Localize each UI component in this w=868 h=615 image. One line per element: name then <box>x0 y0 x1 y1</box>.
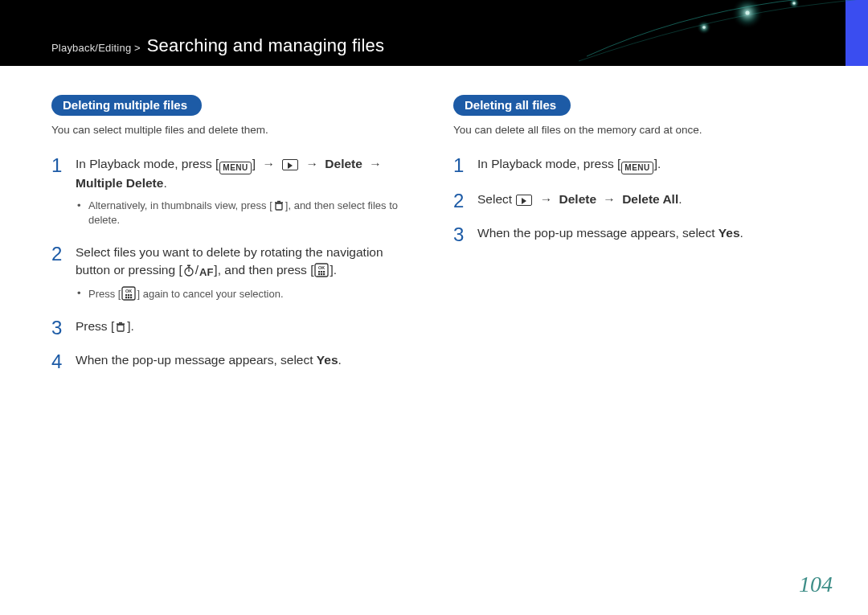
svg-text:OK: OK <box>125 289 132 293</box>
svg-rect-23 <box>125 294 127 296</box>
svg-point-0 <box>731 0 764 29</box>
ok-button-icon: OK <box>121 286 136 301</box>
page-title: Searching and managing files <box>147 35 384 55</box>
breadcrumb-section: Playback/Editing > <box>51 42 141 54</box>
playback-icon <box>282 159 298 170</box>
step-text: In Playback mode, press [MENU]. <box>477 157 661 170</box>
breadcrumb: Playback/Editing > Searching and managin… <box>51 35 384 56</box>
sparkle-decoration <box>579 0 868 66</box>
svg-rect-31 <box>119 322 122 324</box>
step-text: Select files you want to delete by rotat… <box>76 245 383 277</box>
step-3-right: 3 When the pop-up message appears, selec… <box>453 224 817 242</box>
svg-rect-16 <box>321 271 322 273</box>
sub-item: Press [OK] again to cancel your selectio… <box>76 286 415 301</box>
step-number: 3 <box>51 314 62 342</box>
step-text: In Playback mode, press [MENU] → → Delet… <box>76 157 385 190</box>
svg-point-4 <box>702 26 706 29</box>
svg-rect-26 <box>125 297 127 298</box>
svg-rect-28 <box>130 297 132 298</box>
step-text: Select → Delete → Delete All. <box>477 192 682 206</box>
svg-rect-19 <box>321 273 322 275</box>
svg-rect-27 <box>128 297 129 298</box>
af-icon: AF <box>199 265 213 280</box>
menu-button-icon: MENU <box>219 162 251 174</box>
svg-rect-8 <box>277 200 280 202</box>
step-number: 1 <box>51 152 62 179</box>
svg-rect-18 <box>318 273 320 275</box>
right-column: Deleting all files You can delete all fi… <box>453 95 817 385</box>
svg-rect-20 <box>323 273 325 275</box>
trash-icon <box>115 322 126 333</box>
step-number: 4 <box>51 348 62 375</box>
svg-rect-29 <box>117 325 124 331</box>
section-intro-right: You can delete all files on the memory c… <box>453 124 817 136</box>
svg-rect-6 <box>276 203 282 210</box>
section-heading-left: Deleting multiple files <box>51 95 202 116</box>
svg-rect-7 <box>275 202 283 203</box>
step-3-left: 3 Press []. <box>51 318 415 335</box>
step-1-left: 1 In Playback mode, press [MENU] → → Del… <box>51 155 415 228</box>
menu-button-icon: MENU <box>621 162 653 174</box>
section-tab <box>845 0 868 66</box>
step-number: 1 <box>453 152 464 179</box>
svg-rect-25 <box>130 294 132 296</box>
svg-text:OK: OK <box>318 265 325 270</box>
step-4-left: 4 When the pop-up message appears, selec… <box>51 351 415 369</box>
svg-point-1 <box>697 20 711 35</box>
step-2-right: 2 Select → Delete → Delete All. <box>453 191 817 208</box>
step-text: When the pop-up message appears, select … <box>76 353 342 367</box>
step-2-sub: Press [OK] again to cancel your selectio… <box>76 286 415 301</box>
step-text: When the pop-up message appears, select … <box>477 226 743 240</box>
svg-rect-24 <box>128 294 129 296</box>
timer-icon <box>183 264 194 277</box>
page-number: 104 <box>799 572 833 597</box>
step-1-sub: Alternatively, in thumbnails view, press… <box>76 199 415 228</box>
svg-point-2 <box>788 0 800 9</box>
step-text: Press []. <box>76 319 134 333</box>
svg-rect-15 <box>318 271 320 273</box>
manual-page: Playback/Editing > Searching and managin… <box>0 0 868 615</box>
section-heading-right: Deleting all files <box>453 95 571 116</box>
ok-button-icon: OK <box>314 263 329 277</box>
content-columns: Deleting multiple files You can select m… <box>0 66 868 385</box>
steps-left: 1 In Playback mode, press [MENU] → → Del… <box>51 155 415 369</box>
sub-item: Alternatively, in thumbnails view, press… <box>76 199 415 228</box>
trash-icon <box>273 200 285 211</box>
playback-icon <box>516 195 532 206</box>
step-number: 3 <box>453 221 464 248</box>
svg-rect-30 <box>117 323 125 325</box>
step-number: 2 <box>51 240 62 268</box>
steps-right: 1 In Playback mode, press [MENU]. 2 Sele… <box>453 155 817 241</box>
step-1-right: 1 In Playback mode, press [MENU]. <box>453 155 817 174</box>
svg-point-3 <box>746 11 750 15</box>
svg-rect-11 <box>187 264 190 266</box>
svg-rect-17 <box>323 271 325 273</box>
left-column: Deleting multiple files You can select m… <box>51 95 415 385</box>
page-header: Playback/Editing > Searching and managin… <box>0 0 868 66</box>
step-number: 2 <box>453 187 464 215</box>
step-2-left: 2 Select files you want to delete by rot… <box>51 244 415 301</box>
svg-point-5 <box>792 2 795 4</box>
section-intro-left: You can select multiple files and delete… <box>51 124 415 136</box>
